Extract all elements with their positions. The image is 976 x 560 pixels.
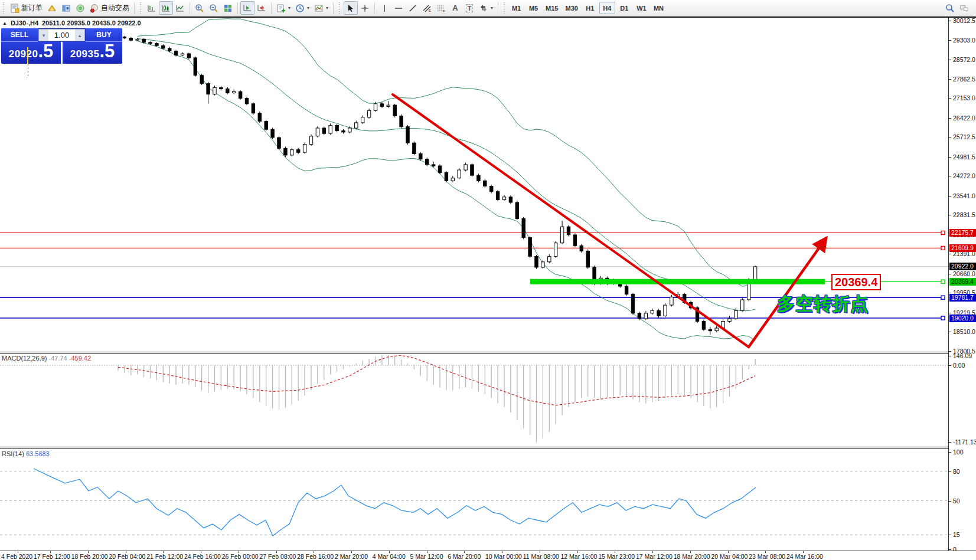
time-axis-label: 2 Mar 20:00 <box>335 553 368 560</box>
axis-tick <box>949 98 951 99</box>
price-badge-22175.7: 22175.7 <box>949 229 976 237</box>
trend-lines[interactable] <box>393 94 825 347</box>
auto-scroll-button[interactable] <box>240 1 254 15</box>
fibonacci-tool-button[interactable]: F <box>434 1 448 15</box>
navigator-icon <box>61 4 71 13</box>
line-chart-button[interactable] <box>173 1 187 15</box>
buy-price-main: 20935 <box>70 48 100 60</box>
time-axis[interactable]: 4 Feb 202017 Feb 12:0018 Feb 20:0020 Feb… <box>0 551 976 560</box>
axis-tick <box>949 176 951 176</box>
turning-point-annotation[interactable]: 多空转折点 <box>777 292 869 316</box>
time-axis-label: 12 Mar 16:00 <box>561 553 598 560</box>
price-axis-label: 24981.5 <box>953 153 975 161</box>
timeframe-button-MN[interactable]: MN <box>651 2 667 14</box>
autotrading-button[interactable]: 自动交易 <box>87 1 132 15</box>
level-price-label[interactable]: 20369.4 <box>831 274 881 290</box>
axis-tick <box>949 442 951 443</box>
timeframe-button-H4[interactable]: H4 <box>599 2 615 14</box>
timeframe-button-M1[interactable]: M1 <box>508 2 524 14</box>
hline-marker[interactable] <box>941 316 945 320</box>
main-toolbar: 新订单 自动交易 ▾ ▾ <box>0 0 976 17</box>
price-badge-20922.0: 20922.0 <box>949 263 976 270</box>
hline-marker[interactable] <box>941 296 945 299</box>
bar-chart-button[interactable] <box>145 1 159 15</box>
auto-scroll-icon <box>243 4 252 13</box>
buy-button[interactable]: BUY <box>86 28 122 42</box>
axis-tick <box>949 254 951 254</box>
timeframe-button-W1[interactable]: W1 <box>634 2 649 14</box>
horizontal-line-tool-button[interactable] <box>391 1 406 15</box>
rsi-pane[interactable] <box>0 449 948 551</box>
candles-layer[interactable] <box>116 35 757 335</box>
axis-tick <box>949 535 951 535</box>
zoom-out-button[interactable] <box>207 1 221 15</box>
zoom-in-button[interactable] <box>192 1 207 15</box>
shapes-tool-button[interactable]: ▾ <box>476 1 495 15</box>
tile-windows-button[interactable] <box>221 1 235 15</box>
chart-shift-button[interactable] <box>254 1 269 15</box>
ohlc-values: 20511.0 20935.0 20435.0 20922.0 <box>42 19 141 27</box>
volume-increase-button[interactable]: ▴ <box>75 30 84 41</box>
rsi-axis-label: 50 <box>953 497 960 505</box>
price-axis[interactable]: 30012.529303.028572.027862.527153.026422… <box>948 18 976 551</box>
market-watch-icon <box>47 4 57 13</box>
buy-price[interactable]: 20935 .5 <box>63 42 122 64</box>
support-level-bar[interactable] <box>530 280 945 283</box>
cursor-tool-button[interactable] <box>344 1 358 15</box>
vertical-line-tool-button[interactable] <box>377 1 391 15</box>
new-order-button[interactable]: 新订单 <box>8 1 45 15</box>
sell-price-frac: .5 <box>38 42 53 60</box>
toolbar-grip[interactable] <box>338 2 342 14</box>
chat-icon[interactable] <box>959 4 969 13</box>
price-axis-label: 23541.0 <box>953 192 975 199</box>
crosshair-icon <box>360 4 370 13</box>
sell-price[interactable]: 20920 .5 <box>1 42 61 64</box>
toolbar-grip[interactable] <box>139 2 143 14</box>
hline-marker[interactable] <box>941 231 945 235</box>
rsi-value: 63.5683 <box>26 450 50 457</box>
toolbar-separator <box>190 2 190 14</box>
timeframe-button-H1[interactable]: H1 <box>582 2 598 14</box>
time-axis-label: 20 Mar 04:00 <box>711 553 748 560</box>
market-watch-button[interactable] <box>45 1 59 15</box>
timeframe-button-M30[interactable]: M30 <box>562 2 580 14</box>
crosshair-tool-button[interactable] <box>358 1 372 15</box>
horizontal-line-icon <box>394 4 403 13</box>
hline-marker[interactable] <box>941 246 945 250</box>
new-chart-icon <box>276 4 286 13</box>
time-axis-label: 11 Mar 08:00 <box>523 553 559 560</box>
new-order-label: 新订单 <box>21 3 43 13</box>
sell-button[interactable]: SELL <box>1 28 38 42</box>
candlestick-chart-icon <box>161 4 171 13</box>
axis-tick <box>949 356 951 356</box>
volume-input[interactable]: 1.00 <box>48 31 75 40</box>
period-button[interactable]: ▾ <box>293 1 312 15</box>
timeframe-button-M5[interactable]: M5 <box>525 2 541 14</box>
macd-signal-line[interactable] <box>118 355 755 405</box>
macd-signal-value: -459.42 <box>69 355 91 362</box>
search-icon[interactable] <box>945 4 955 13</box>
toolbar-grip[interactable] <box>2 2 6 14</box>
new-chart-button[interactable]: ▾ <box>274 1 293 15</box>
candlestick-chart-button[interactable] <box>159 1 173 15</box>
timeframe-button-M15[interactable]: M15 <box>543 2 561 14</box>
macd-histogram[interactable] <box>118 355 755 442</box>
templates-button[interactable]: ▾ <box>312 1 331 15</box>
terminal-button[interactable] <box>73 1 87 15</box>
time-axis-label: 4 Feb 2020 <box>1 553 32 560</box>
toolbar-grip[interactable] <box>502 2 507 14</box>
navigator-button[interactable] <box>59 1 73 15</box>
volume-decrease-button[interactable]: ▾ <box>39 30 48 41</box>
collapse-icon[interactable]: ▲ <box>2 21 7 26</box>
price-axis-label: 28572.0 <box>953 56 975 63</box>
trendline-tool-button[interactable] <box>406 1 420 15</box>
time-axis-label: 17 Mar 12:00 <box>636 553 673 560</box>
text-tool-button[interactable]: A <box>448 1 462 15</box>
timeframe-button-D1[interactable]: D1 <box>616 2 632 14</box>
rsi-line[interactable] <box>34 469 756 536</box>
channel-tool-button[interactable]: E <box>420 1 434 15</box>
clock-icon <box>295 4 305 13</box>
macd-pane[interactable] <box>0 354 948 447</box>
axis-tick <box>949 365 951 366</box>
text-label-tool-button[interactable]: T <box>462 1 476 15</box>
